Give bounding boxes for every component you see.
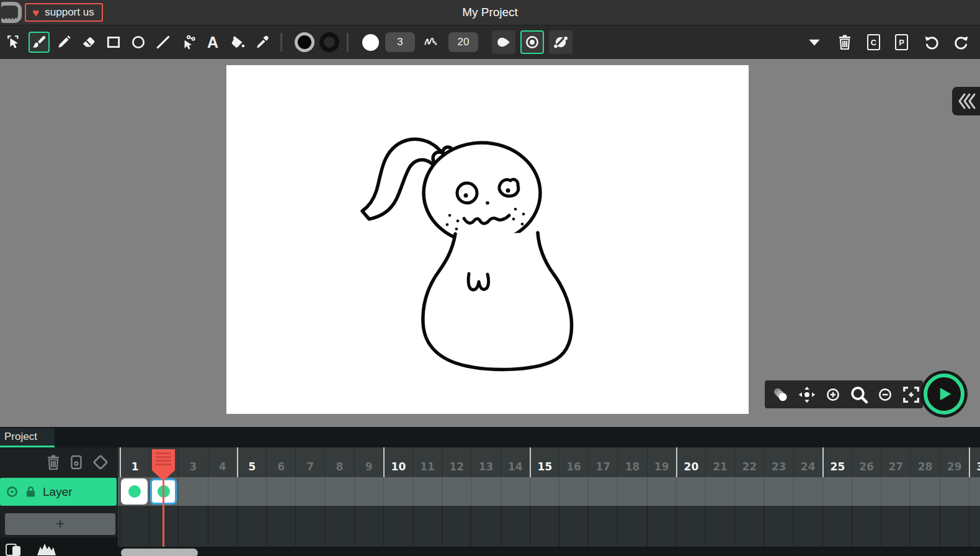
layer-frame-cell[interactable]: [530, 477, 559, 506]
frame-number-cell[interactable]: 11: [412, 447, 442, 477]
empty-grid-cell[interactable]: [442, 506, 471, 547]
layer-frame-cell[interactable]: [208, 477, 237, 506]
frame-number-cell[interactable]: 7: [295, 447, 324, 477]
brush-tool[interactable]: [29, 32, 50, 53]
frame-number-cell[interactable]: 9: [354, 447, 383, 477]
layer-frame-cell[interactable]: [940, 477, 969, 506]
brush-size-input[interactable]: [385, 32, 415, 52]
keyframe-cell[interactable]: [121, 478, 148, 504]
tab-project[interactable]: Project: [0, 428, 55, 447]
empty-grid-cell[interactable]: [501, 506, 530, 547]
layer-lock-icon[interactable]: [24, 485, 37, 498]
layer-frame-cell[interactable]: [822, 477, 852, 506]
paste-icon[interactable]: P: [895, 34, 908, 50]
layer-frame-cell[interactable]: [383, 477, 412, 506]
empty-grid-cell[interactable]: [237, 506, 266, 547]
wick-logo-icon[interactable]: [1, 2, 22, 23]
text-tool[interactable]: A: [202, 32, 223, 53]
layer-frame-cell[interactable]: [617, 477, 646, 506]
layer-frame-cell[interactable]: [324, 477, 354, 506]
layer-frame-cell[interactable]: [442, 477, 471, 506]
settings-caret-icon[interactable]: [806, 34, 822, 50]
frame-number-cell[interactable]: 30: [969, 447, 980, 477]
empty-grid-cell[interactable]: [178, 506, 207, 547]
layer-frame-cell[interactable]: [910, 477, 939, 506]
fit-to-screen-button[interactable]: [900, 383, 922, 406]
onion-skin-settings-icon[interactable]: [5, 542, 22, 556]
frame-number-cell[interactable]: 22: [734, 447, 764, 477]
layer-frame-cell[interactable]: [793, 477, 822, 506]
frame-number-cell[interactable]: 10: [383, 447, 412, 477]
frame-number-cell[interactable]: 5: [237, 447, 266, 477]
layer-visibility-eye-icon[interactable]: [6, 485, 19, 498]
empty-grid-cell[interactable]: [295, 506, 324, 547]
frame-number-cell[interactable]: 15: [530, 447, 559, 477]
frame-number-cell[interactable]: 25: [822, 447, 852, 477]
frame-number-cell[interactable]: 2: [149, 447, 178, 477]
empty-grid-cell[interactable]: [120, 506, 149, 547]
empty-grid-cell[interactable]: [149, 506, 178, 547]
path-cursor-tool[interactable]: [177, 32, 198, 53]
layer-frame-cell[interactable]: [852, 477, 881, 506]
frame-number-cell[interactable]: 16: [559, 447, 588, 477]
brush-mode-circle-dot-button[interactable]: [520, 30, 544, 54]
layer-frame-cell[interactable]: [237, 477, 266, 506]
layer-frame-cell[interactable]: [647, 477, 676, 506]
frame-number-cell[interactable]: 1: [120, 447, 149, 477]
pan-tool-button[interactable]: [796, 383, 818, 406]
empty-grid-cell[interactable]: [734, 506, 764, 547]
layer-frame-cell[interactable]: [588, 477, 617, 506]
line-tool[interactable]: [153, 32, 174, 53]
stroke-color-swatch[interactable]: [319, 32, 339, 52]
layer-frame-cell[interactable]: [501, 477, 530, 506]
layer-frame-cell[interactable]: [881, 477, 910, 506]
delete-trash-icon[interactable]: [837, 34, 852, 50]
frame-number-cell[interactable]: 14: [501, 447, 530, 477]
add-blank-frame-icon[interactable]: [69, 454, 84, 470]
expand-inspector-button[interactable]: [952, 87, 980, 115]
empty-grid-cell[interactable]: [822, 506, 852, 547]
empty-grid-cell[interactable]: [471, 506, 500, 547]
empty-grid-cell[interactable]: [764, 506, 793, 547]
frame-number-cell[interactable]: 28: [910, 447, 939, 477]
layer-frame-cell[interactable]: [705, 477, 734, 506]
timeline-scrollbar-thumb[interactable]: [121, 549, 198, 556]
layer-frame-cell[interactable]: [178, 477, 207, 506]
layer-frame-cell[interactable]: [295, 477, 324, 506]
frame-number-cell[interactable]: 17: [588, 447, 617, 477]
frame-number-cell[interactable]: 19: [647, 447, 676, 477]
empty-grid-cell[interactable]: [208, 506, 237, 547]
frame-number-cell[interactable]: 3: [178, 447, 207, 477]
smoothness-input[interactable]: [448, 32, 478, 52]
frame-number-cell[interactable]: 4: [208, 447, 237, 477]
layer-frame-cell[interactable]: [412, 477, 442, 506]
zoom-out-button[interactable]: [874, 383, 896, 406]
frame-number-cell[interactable]: 23: [764, 447, 793, 477]
empty-grid-cell[interactable]: [940, 506, 969, 547]
empty-grid-cell[interactable]: [559, 506, 588, 547]
eraser-tool[interactable]: [78, 32, 99, 53]
empty-grid-cell[interactable]: [588, 506, 617, 547]
frame-number-cell[interactable]: 21: [705, 447, 734, 477]
frame-number-cell[interactable]: 13: [471, 447, 500, 477]
empty-grid-cell[interactable]: [793, 506, 822, 547]
eyedropper-tool[interactable]: [252, 32, 273, 53]
delete-frame-icon[interactable]: [46, 454, 61, 470]
zoom-in-button[interactable]: [822, 383, 844, 406]
support-us-button[interactable]: ♥ support us: [25, 3, 103, 22]
brush-mode-blob-button[interactable]: [549, 30, 572, 54]
layer-frame-cell[interactable]: [676, 477, 705, 506]
zoom-tool-button[interactable]: [848, 383, 870, 406]
frame-number-cell[interactable]: 6: [266, 447, 295, 477]
layer-frame-cell[interactable]: [734, 477, 764, 506]
empty-grid-cell[interactable]: [324, 506, 354, 547]
sound-waveform-icon[interactable]: [36, 542, 57, 555]
empty-grid-cell[interactable]: [969, 506, 980, 547]
layer-frame-cell[interactable]: [559, 477, 588, 506]
ellipse-tool[interactable]: [128, 32, 149, 53]
keyframe-cell[interactable]: [150, 478, 177, 504]
empty-grid-cell[interactable]: [676, 506, 705, 547]
onion-skin-button[interactable]: [770, 383, 792, 406]
layer-frame-cell[interactable]: [764, 477, 793, 506]
fill-color-swatch[interactable]: [295, 32, 314, 52]
